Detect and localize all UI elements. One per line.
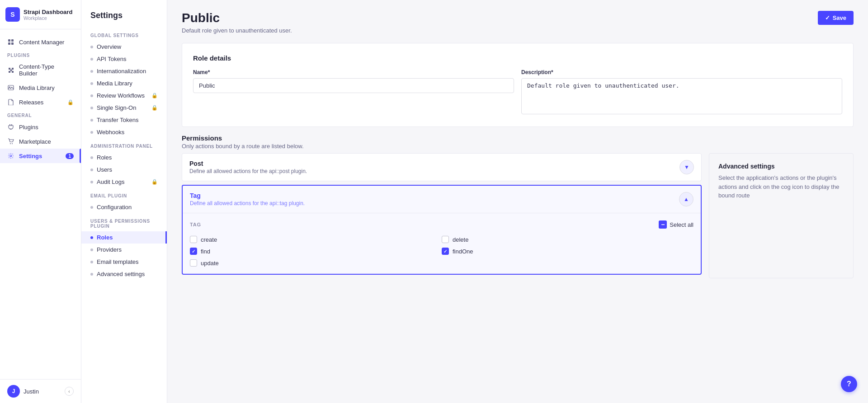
settings-item-transfer-tokens[interactable]: Transfer Tokens bbox=[81, 114, 167, 126]
findone-checkbox[interactable] bbox=[442, 248, 449, 255]
sidebar-footer: J Justin ‹ bbox=[0, 379, 81, 403]
post-section-toggle[interactable]: ▼ bbox=[679, 160, 694, 174]
checkbox-findone[interactable]: findOne bbox=[442, 248, 693, 255]
gear-icon bbox=[7, 152, 14, 159]
lock-icon: 🔒 bbox=[151, 179, 158, 185]
select-all-icon bbox=[659, 220, 667, 229]
settings-item-providers[interactable]: Providers bbox=[81, 244, 167, 256]
settings-item-api-tokens[interactable]: API Tokens bbox=[81, 53, 167, 65]
svg-point-9 bbox=[10, 143, 11, 144]
role-details-card: Role details Name* Description* Default … bbox=[182, 43, 854, 127]
page-subtitle: Default role given to unauthenticated us… bbox=[182, 27, 292, 34]
advanced-settings-description: Select the application's actions or the … bbox=[718, 173, 844, 200]
tag-section-header[interactable]: Tag Define all allowed actions for the a… bbox=[183, 186, 701, 213]
page-title: Public bbox=[182, 11, 292, 25]
settings-item-configuration[interactable]: Configuration bbox=[81, 201, 167, 213]
description-label: Description* bbox=[521, 69, 842, 75]
settings-section-users-permissions: USERS & PERMISSIONS PLUGIN bbox=[81, 213, 167, 231]
name-input[interactable] bbox=[193, 78, 514, 93]
settings-item-internationalization[interactable]: Internationalization bbox=[81, 65, 167, 77]
settings-item-review-workflows[interactable]: Review Workflows 🔒 bbox=[81, 89, 167, 102]
tag-section-subtitle: Define all allowed actions for the api::… bbox=[190, 200, 305, 206]
tag-section-info: Tag Define all allowed actions for the a… bbox=[190, 192, 305, 206]
settings-item-single-sign-on[interactable]: Single Sign-On 🔒 bbox=[81, 102, 167, 114]
main-header: Public Default role given to unauthentic… bbox=[167, 0, 868, 43]
dot-icon bbox=[90, 82, 93, 85]
checkbox-create[interactable]: create bbox=[190, 236, 442, 243]
sidebar: S Strapi Dashboard Workplace Content Man… bbox=[0, 0, 81, 403]
description-form-group: Description* Default role given to unaut… bbox=[521, 69, 842, 116]
tag-section-title: Tag bbox=[190, 192, 305, 199]
settings-item-users[interactable]: Users bbox=[81, 164, 167, 176]
checkbox-delete[interactable]: delete bbox=[442, 236, 693, 243]
settings-item-advanced-settings[interactable]: Advanced settings bbox=[81, 268, 167, 280]
settings-panel-title: Settings bbox=[81, 0, 167, 28]
permissions-subtitle: Only actions bound by a route are listed… bbox=[182, 143, 854, 150]
puzzle-icon bbox=[7, 66, 14, 74]
sidebar-item-content-type-builder[interactable]: Content-Type Builder bbox=[0, 60, 81, 80]
sidebar-item-content-manager[interactable]: Content Manager bbox=[0, 35, 81, 49]
dot-icon bbox=[90, 70, 93, 73]
sidebar-item-label: Content-Type Builder bbox=[19, 63, 74, 77]
main-body: Role details Name* Description* Default … bbox=[167, 43, 868, 293]
advanced-settings-title: Advanced settings bbox=[718, 163, 844, 170]
svg-rect-3 bbox=[11, 42, 14, 45]
checkbox-update[interactable]: update bbox=[190, 259, 442, 267]
paper-icon bbox=[7, 98, 14, 106]
sidebar-item-plugins[interactable]: Plugins bbox=[0, 120, 81, 134]
tag-section-toggle[interactable]: ▲ bbox=[679, 192, 693, 206]
name-label: Name* bbox=[193, 69, 514, 75]
sidebar-item-marketplace[interactable]: Marketplace bbox=[0, 134, 81, 149]
lock-icon: 🔒 bbox=[67, 99, 74, 105]
settings-item-roles[interactable]: Roles bbox=[81, 151, 167, 164]
settings-item-audit-logs[interactable]: Audit Logs 🔒 bbox=[81, 176, 167, 188]
delete-checkbox[interactable] bbox=[442, 236, 449, 243]
username: Justin bbox=[24, 388, 61, 395]
sidebar-item-settings[interactable]: Settings 1 bbox=[0, 149, 81, 163]
save-button[interactable]: ✓ Save bbox=[818, 11, 854, 25]
settings-item-overview[interactable]: Overview bbox=[81, 41, 167, 53]
permissions-main: Post Define all allowed actions for the … bbox=[182, 153, 702, 278]
lock-icon: 🔒 bbox=[151, 93, 158, 98]
checkbox-find[interactable]: find bbox=[190, 248, 442, 255]
header-text: Public Default role given to unauthentic… bbox=[182, 11, 292, 34]
settings-item-email-templates[interactable]: Email templates bbox=[81, 256, 167, 268]
update-checkbox[interactable] bbox=[190, 259, 197, 267]
permission-section-tag: Tag Define all allowed actions for the a… bbox=[182, 185, 702, 275]
permission-section-post: Post Define all allowed actions for the … bbox=[182, 153, 702, 181]
sidebar-item-label: Settings bbox=[19, 153, 42, 159]
svg-point-11 bbox=[10, 155, 12, 157]
dot-icon bbox=[90, 181, 93, 183]
post-section-header[interactable]: Post Define all allowed actions for the … bbox=[182, 154, 701, 181]
create-checkbox[interactable] bbox=[190, 236, 197, 243]
settings-item-roles-up[interactable]: Roles bbox=[81, 231, 167, 244]
tag-label: TAG bbox=[190, 222, 201, 227]
svg-point-10 bbox=[12, 143, 13, 144]
dot-icon bbox=[90, 46, 93, 48]
permissions-layout: Post Define all allowed actions for the … bbox=[182, 153, 854, 278]
dot-icon bbox=[90, 156, 93, 159]
settings-section-admin: ADMINISTRATION PANEL bbox=[81, 138, 167, 151]
help-button[interactable]: ? bbox=[841, 376, 857, 392]
svg-rect-2 bbox=[8, 42, 10, 45]
dot-icon bbox=[90, 58, 93, 61]
sidebar-item-label: Marketplace bbox=[19, 138, 51, 145]
select-all-button[interactable]: Select all bbox=[659, 220, 693, 229]
tag-checkboxes: create delete find bbox=[190, 236, 693, 267]
name-form-group: Name* bbox=[193, 69, 514, 116]
settings-section-email: EMAIL PLUGIN bbox=[81, 188, 167, 201]
dot-icon bbox=[90, 261, 93, 263]
plug-icon bbox=[7, 123, 14, 131]
avatar[interactable]: J bbox=[7, 385, 20, 398]
settings-item-media-library[interactable]: Media Library bbox=[81, 77, 167, 89]
sidebar-item-media-library[interactable]: Media Library bbox=[0, 80, 81, 95]
post-section-title: Post bbox=[189, 160, 307, 167]
advanced-settings-card: Advanced settings Select the application… bbox=[709, 153, 854, 278]
description-textarea[interactable]: Default role given to unauthenticated us… bbox=[521, 78, 842, 114]
find-checkbox[interactable] bbox=[190, 248, 197, 255]
sidebar-item-label: Plugins bbox=[19, 124, 38, 131]
collapse-sidebar-button[interactable]: ‹ bbox=[65, 387, 74, 396]
settings-item-webhooks[interactable]: Webhooks bbox=[81, 126, 167, 138]
permissions-title: Permissions bbox=[182, 134, 854, 142]
sidebar-item-releases[interactable]: Releases 🔒 bbox=[0, 95, 81, 109]
